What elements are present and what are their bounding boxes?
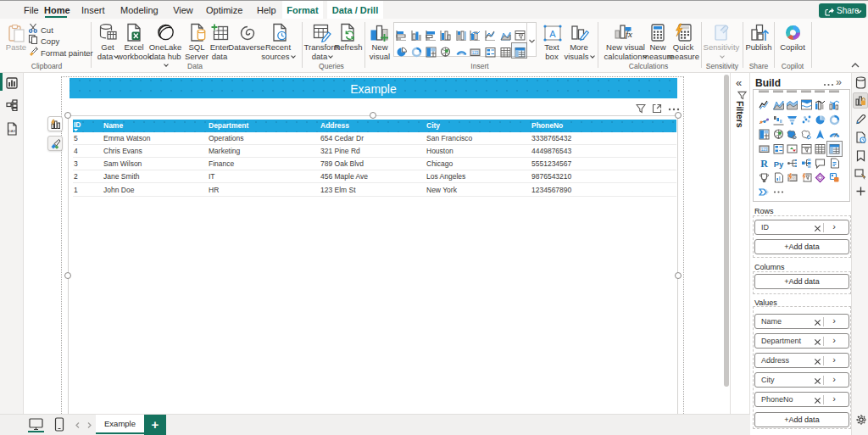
svg-text:A: A: [549, 29, 556, 39]
svg-text:DAX: DAX: [8, 129, 16, 133]
svg-text:123: 123: [761, 147, 768, 151]
svg-text:R: R: [760, 158, 768, 169]
svg-text:123: 123: [472, 51, 479, 55]
svg-text:fx: fx: [626, 29, 632, 39]
svg-text:Py: Py: [773, 159, 783, 168]
